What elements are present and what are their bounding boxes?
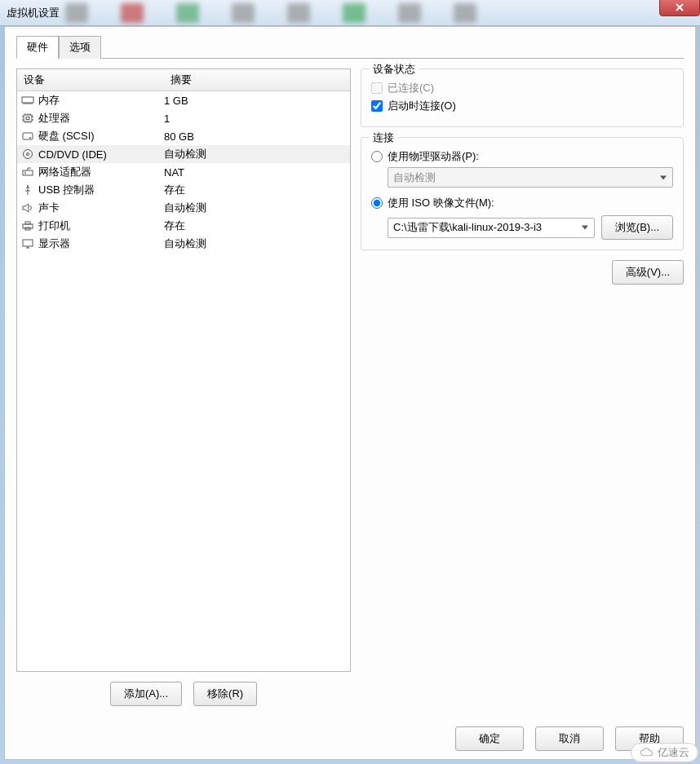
device-row[interactable]: 声卡自动检测 — [17, 199, 350, 217]
display-icon — [20, 237, 35, 250]
device-list: 设备 摘要 内存1 GB处理器1硬盘 (SCSI)80 GBCD/DVD (ID… — [16, 68, 351, 672]
iso-path-combo[interactable] — [388, 218, 595, 238]
device-summary: NAT — [164, 166, 184, 179]
dialog-body: 硬件 选项 设备 摘要 内存1 GB处理器1硬盘 (SCSI)80 GBCD/D… — [4, 26, 696, 760]
groupbox-connection: 连接 使用物理驱动器(P): 使用 ISO 映像文件(M): 浏览(B)... — [361, 137, 684, 250]
device-name: 显示器 — [38, 236, 164, 251]
device-row[interactable]: 网络适配器NAT — [17, 163, 350, 181]
tab-options[interactable]: 选项 — [59, 36, 101, 59]
printer-icon — [20, 219, 35, 232]
remove-button[interactable]: 移除(R) — [193, 682, 257, 706]
tab-panel: 设备 摘要 内存1 GB处理器1硬盘 (SCSI)80 GBCD/DVD (ID… — [16, 58, 684, 706]
device-row[interactable]: 硬盘 (SCSI)80 GB — [17, 127, 350, 145]
physical-drive-combo-wrap — [388, 167, 673, 188]
watermark-text: 亿速云 — [658, 745, 689, 760]
device-name: 声卡 — [38, 201, 164, 215]
device-status-title: 设备状态 — [370, 62, 419, 77]
use-iso-label: 使用 ISO 映像文件(M): — [388, 196, 494, 210]
device-row[interactable]: 处理器1 — [17, 109, 350, 127]
groupbox-device-status: 设备状态 已连接(C) 启动时连接(O) — [361, 68, 684, 127]
device-name: 网络适配器 — [38, 165, 164, 179]
device-summary: 1 — [164, 113, 170, 125]
device-row[interactable]: 内存1 GB — [17, 91, 350, 109]
header-summary: 摘要 — [164, 69, 350, 91]
device-row[interactable]: 打印机存在 — [17, 217, 350, 235]
memory-icon — [20, 94, 35, 107]
svg-rect-2 — [26, 117, 29, 120]
close-button[interactable] — [659, 0, 700, 16]
device-row[interactable]: USB 控制器存在 — [17, 181, 350, 199]
connected-checkbox — [371, 82, 383, 94]
tab-strip: 硬件 选项 — [16, 35, 684, 58]
svg-point-4 — [29, 137, 31, 139]
iso-combo-wrap — [388, 218, 595, 238]
browse-button[interactable]: 浏览(B)... — [601, 215, 673, 240]
svg-rect-7 — [23, 170, 33, 175]
svg-point-5 — [24, 150, 33, 159]
svg-point-8 — [27, 185, 29, 187]
svg-rect-0 — [22, 97, 33, 103]
tab-hardware[interactable]: 硬件 — [16, 36, 59, 59]
cancel-button[interactable]: 取消 — [535, 726, 604, 751]
device-summary: 存在 — [164, 219, 185, 233]
device-name: 内存 — [38, 93, 164, 108]
cloud-icon — [640, 747, 654, 758]
device-row[interactable]: CD/DVD (IDE)自动检测 — [17, 145, 350, 163]
network-icon — [20, 166, 35, 179]
disk-icon — [20, 130, 35, 143]
right-column: 设备状态 已连接(C) 启动时连接(O) 连接 使用物理驱动器(P): — [361, 68, 684, 706]
background-blur — [65, 0, 651, 26]
svg-rect-1 — [24, 115, 32, 121]
svg-point-6 — [27, 153, 29, 156]
device-summary: 自动检测 — [164, 236, 206, 251]
device-summary: 存在 — [164, 183, 185, 197]
left-buttons: 添加(A)... 移除(R) — [16, 682, 351, 706]
device-name: 打印机 — [38, 219, 164, 233]
device-name: USB 控制器 — [38, 183, 164, 197]
close-icon — [675, 2, 684, 12]
cpu-icon — [20, 112, 35, 125]
device-name: 硬盘 (SCSI) — [38, 129, 164, 144]
header-device: 设备 — [17, 69, 164, 91]
left-column: 设备 摘要 内存1 GB处理器1硬盘 (SCSI)80 GBCD/DVD (ID… — [16, 68, 351, 706]
device-summary: 自动检测 — [164, 201, 206, 215]
connect-at-poweron-checkbox[interactable] — [371, 100, 383, 112]
svg-rect-3 — [23, 133, 33, 139]
svg-rect-12 — [23, 240, 33, 246]
connection-title: 连接 — [370, 130, 397, 145]
device-summary: 自动检测 — [164, 147, 206, 161]
advanced-button[interactable]: 高级(V)... — [612, 260, 684, 285]
titlebar: 虚拟机设置 — [0, 0, 700, 26]
physical-drive-combo — [388, 167, 673, 188]
device-row[interactable]: 显示器自动检测 — [17, 235, 350, 253]
use-physical-radio[interactable] — [371, 151, 383, 162]
device-summary: 80 GB — [164, 130, 194, 143]
watermark: 亿速云 — [631, 743, 698, 762]
use-iso-radio[interactable] — [371, 197, 383, 209]
svg-rect-10 — [25, 222, 30, 224]
device-name: 处理器 — [38, 111, 164, 126]
device-list-header: 设备 摘要 — [17, 69, 350, 91]
sound-icon — [20, 201, 35, 214]
usb-icon — [20, 183, 35, 197]
window-title: 虚拟机设置 — [7, 6, 60, 20]
ok-button[interactable]: 确定 — [455, 726, 524, 751]
footer-buttons: 确定 取消 帮助 — [5, 726, 684, 751]
use-physical-label: 使用物理驱动器(P): — [388, 149, 479, 164]
device-name: CD/DVD (IDE) — [38, 148, 164, 161]
add-button[interactable]: 添加(A)... — [110, 682, 182, 706]
cd-icon — [20, 148, 35, 161]
device-summary: 1 GB — [164, 95, 188, 107]
connected-label: 已连接(C) — [388, 81, 434, 95]
connect-at-poweron-label: 启动时连接(O) — [388, 99, 456, 113]
